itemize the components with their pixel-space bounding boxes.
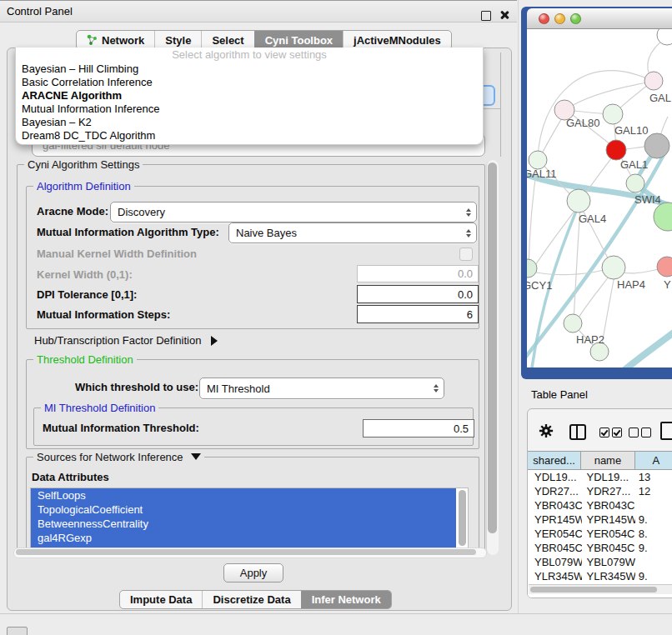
algorithm-definition-group: Algorithm Definition Aracne Mode: Discov… [26, 186, 479, 329]
algorithm-option[interactable]: Bayesian – Hill Climbing [16, 62, 483, 76]
tab-impute-data[interactable]: Impute Data [120, 591, 202, 608]
which-threshold-combo[interactable]: MI Threshold [199, 378, 444, 399]
minimize-button-icon[interactable] [554, 13, 565, 24]
node-label: GAL80 [566, 117, 599, 129]
algorithm-dropdown-list: Bayesian – Hill ClimbingBasic Correlatio… [16, 62, 483, 142]
network-window-titlebar[interactable] [527, 8, 672, 29]
node-label: HAP4 [617, 278, 645, 291]
network-node-gal1[interactable] [606, 140, 626, 160]
manual-kernel-checkbox[interactable] [459, 248, 473, 261]
table-cell: YDL19... [528, 471, 582, 483]
table-cell: YLR345W [582, 570, 635, 582]
network-node-swi4[interactable] [626, 174, 644, 192]
zoom-button-icon[interactable] [570, 13, 581, 24]
network-node[interactable] [654, 202, 672, 231]
apply-button[interactable]: Apply [223, 563, 283, 582]
table-row[interactable]: YDL19...YDL19...13 [528, 470, 672, 484]
app-root: Control Panel NetworkStyleSelectCyni Too… [0, 0, 672, 635]
network-node-hap2[interactable] [564, 314, 582, 332]
table-row[interactable]: YDR27...YDR27...12 [528, 484, 672, 498]
mi-steps-value: 6 [467, 308, 473, 321]
control-panel-titlebar: Control Panel [0, 0, 517, 22]
threshold-definition-title: Threshold Definition [33, 353, 137, 366]
mi-steps-field[interactable]: 6 [357, 305, 479, 323]
panel-border-fragment [500, 52, 501, 157]
close-button-icon[interactable] [539, 13, 549, 24]
network-node-hap4[interactable] [602, 256, 625, 279]
data-attribute-item[interactable]: gal4RGexp [31, 531, 456, 545]
dpi-tolerance-label: DPI Tolerance [0,1]: [37, 288, 137, 301]
float-icon[interactable] [481, 11, 491, 23]
table-row[interactable]: YER054CYER054C8. [528, 527, 672, 541]
column-header-shared-[interactable]: shared... [528, 452, 581, 469]
data-attribute-item[interactable]: TopologicalCoefficient [31, 502, 456, 517]
table-horizontal-scrollbar[interactable] [529, 584, 672, 594]
table-cell: YLR345W [528, 570, 582, 582]
gear-icon[interactable] [539, 423, 554, 438]
column-header-a[interactable]: A [635, 452, 672, 469]
data-attribute-item[interactable]: BetweennessCentrality [31, 517, 456, 531]
network-node-gal11[interactable] [529, 151, 547, 169]
mi-type-combo[interactable]: Naive Bayes [228, 222, 477, 243]
tab-select[interactable]: Select [201, 31, 253, 49]
table-row[interactable]: YPR145WYPR145W9. [528, 512, 672, 527]
aracne-mode-combo[interactable]: Discovery [110, 202, 477, 222]
node-label: GCY1 [527, 279, 552, 292]
network-node-gal[interactable] [644, 72, 663, 90]
tab-label: jActiveMNodules [354, 34, 441, 47]
split-pane-icon[interactable] [569, 424, 586, 440]
combo-spinner-icon [466, 202, 471, 222]
network-icon [87, 34, 98, 46]
table-cell: YDR27... [528, 485, 582, 498]
algorithm-option[interactable]: Dream8 DC_TDC Algorithm [16, 129, 483, 142]
table-cell: YDL19... [582, 471, 635, 483]
algorithm-option[interactable]: Basic Correlation Inference [16, 76, 483, 89]
data-attributes-list[interactable]: SelfLoopsTopologicalCoefficientBetweenne… [30, 488, 469, 551]
network-view-window[interactable]: GALGAL80GAL10GAL1GAL11SWI4GAL4GCY1HAP4YH… [521, 7, 672, 379]
mi-threshold-field[interactable]: 0.5 [363, 419, 474, 438]
algorithm-dropdown-popup: Select algorithm to view settings Bayesi… [15, 48, 484, 145]
table-row[interactable]: YBL079WYBL079W [528, 555, 672, 569]
mi-threshold-definition-title: MI Threshold Definition [41, 402, 158, 414]
file-icon[interactable] [660, 422, 672, 440]
table-row[interactable]: YLR345WYLR345W9. [528, 569, 672, 583]
tab-discretize-data[interactable]: Discretize Data [202, 591, 300, 608]
table-cell: 12 [635, 485, 672, 498]
network-node-gal10[interactable] [603, 104, 623, 124]
mi-threshold-label: Mutual Information Threshold: [43, 422, 199, 434]
tab-infer-network[interactable]: Infer Network [301, 591, 391, 608]
aracne-mode-label: Aracne Mode: [37, 205, 108, 218]
sources-title[interactable]: Sources for Network Inference [33, 451, 204, 463]
unchecked-checkboxes-icon[interactable] [629, 428, 654, 438]
network-node-y[interactable] [657, 257, 672, 277]
list-scrollbar[interactable] [458, 490, 467, 546]
dpi-tolerance-field[interactable]: 0.0 [357, 285, 479, 303]
cyni-algorithm-settings-title: Cyni Algorithm Settings [24, 158, 143, 171]
network-node-gcy1[interactable] [527, 259, 537, 278]
table-row[interactable]: YBR043CYBR043C [528, 498, 672, 512]
network-node-gal4[interactable] [567, 189, 590, 212]
close-icon[interactable] [499, 10, 509, 22]
checked-checkboxes-icon[interactable] [599, 428, 624, 438]
data-attribute-item[interactable]: SelfLoops [31, 488, 456, 502]
tab-style[interactable]: Style [154, 31, 201, 49]
tab-cyni-toolbox[interactable]: Cyni Toolbox [254, 31, 343, 49]
data-attributes-label: Data Attributes [32, 471, 109, 483]
algorithm-option[interactable]: Mutual Information Inference [16, 102, 483, 116]
table-cell: 9. [635, 570, 672, 582]
settings-horizontal-scrollbar[interactable] [13, 548, 487, 558]
network-canvas[interactable]: GALGAL80GAL10GAL1GAL11SWI4GAL4GCY1HAP4YH… [527, 29, 672, 368]
hub-section-expander[interactable]: Hub/Transcription Factor Definition [34, 334, 218, 347]
mi-type-label: Mutual Information Algorithm Type: [37, 226, 219, 238]
algorithm-option[interactable]: ARACNE Algorithm [16, 89, 483, 102]
which-threshold-value: MI Threshold [207, 382, 270, 395]
network-node[interactable] [644, 133, 669, 158]
tab-network[interactable]: Network [77, 31, 154, 49]
minimized-panel-button[interactable] [7, 627, 28, 635]
settings-vertical-scrollbar[interactable] [486, 160, 499, 555]
algorithm-option[interactable]: Bayesian – K2 [16, 116, 483, 129]
tab-jactivemnodules[interactable]: jActiveMNodules [343, 31, 451, 49]
table-row[interactable]: YBR045CYBR045C9. [528, 541, 672, 555]
column-header-name[interactable]: name [581, 452, 634, 469]
table-cell: YER054C [582, 528, 635, 540]
